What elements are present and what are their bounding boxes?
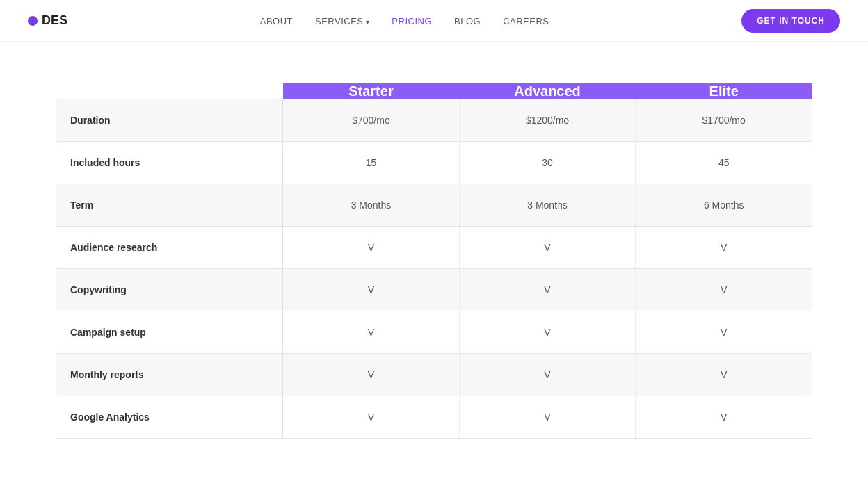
- row-elite-value: V: [636, 227, 812, 269]
- row-starter-value: V: [283, 354, 460, 396]
- table-row: Included hours 15 30 45: [56, 142, 812, 184]
- row-advanced-value: V: [459, 354, 636, 396]
- row-advanced-value: $1200/mo: [459, 99, 636, 142]
- logo-text: DES: [42, 13, 67, 28]
- table-row: Copywriting V V V: [56, 269, 812, 311]
- row-advanced-value: 30: [459, 142, 636, 184]
- row-label: Term: [56, 184, 283, 227]
- nav-links: ABOUT SERVICES PRICING BLOG CAREERS: [260, 15, 549, 27]
- row-label: Campaign setup: [56, 311, 283, 354]
- th-advanced: Advanced: [459, 83, 636, 99]
- nav-services[interactable]: SERVICES: [315, 16, 369, 26]
- row-label: Copywriting: [56, 269, 283, 311]
- table-row: Duration $700/mo $1200/mo $1700/mo: [56, 99, 812, 142]
- logo: DES: [28, 13, 67, 28]
- nav-careers[interactable]: CAREERS: [503, 16, 549, 26]
- th-empty: [56, 83, 283, 99]
- row-starter-value: V: [283, 227, 460, 269]
- nav-blog[interactable]: BLOG: [454, 16, 481, 26]
- row-starter-value: 3 Months: [283, 184, 460, 227]
- row-starter-value: 15: [283, 142, 460, 184]
- row-elite-value: V: [636, 396, 812, 439]
- table-row: Google Analytics V V V: [56, 396, 812, 439]
- row-label: Duration: [56, 99, 283, 142]
- logo-dot: [28, 16, 38, 26]
- nav-about[interactable]: ABOUT: [260, 16, 293, 26]
- row-advanced-value: V: [459, 396, 636, 439]
- row-label: Audience research: [56, 227, 283, 269]
- row-elite-value: V: [636, 311, 812, 354]
- cta-button[interactable]: GET IN TOUCH: [741, 9, 840, 33]
- row-label: Included hours: [56, 142, 283, 184]
- row-elite-value: V: [636, 354, 812, 396]
- row-advanced-value: V: [459, 311, 636, 354]
- row-advanced-value: V: [459, 227, 636, 269]
- pricing-table: Starter Advanced Elite Duration $700/mo …: [56, 83, 812, 439]
- navbar: DES ABOUT SERVICES PRICING BLOG CAREERS …: [0, 0, 868, 42]
- row-advanced-value: V: [459, 269, 636, 311]
- th-starter: Starter: [283, 83, 460, 99]
- th-elite: Elite: [636, 83, 812, 99]
- pricing-section: Starter Advanced Elite Duration $700/mo …: [0, 42, 868, 439]
- row-elite-value: 45: [636, 142, 812, 184]
- row-starter-value: V: [283, 269, 460, 311]
- table-row: Term 3 Months 3 Months 6 Months: [56, 184, 812, 227]
- row-elite-value: 6 Months: [636, 184, 812, 227]
- table-row: Monthly reports V V V: [56, 354, 812, 396]
- row-elite-value: V: [636, 269, 812, 311]
- row-advanced-value: 3 Months: [459, 184, 636, 227]
- table-row: Campaign setup V V V: [56, 311, 812, 354]
- row-label: Google Analytics: [56, 396, 283, 439]
- row-starter-value: V: [283, 311, 460, 354]
- row-elite-value: $1700/mo: [636, 99, 812, 142]
- row-starter-value: $700/mo: [283, 99, 460, 142]
- row-label: Monthly reports: [56, 354, 283, 396]
- nav-pricing[interactable]: PRICING: [392, 16, 432, 26]
- table-row: Audience research V V V: [56, 227, 812, 269]
- row-starter-value: V: [283, 396, 460, 439]
